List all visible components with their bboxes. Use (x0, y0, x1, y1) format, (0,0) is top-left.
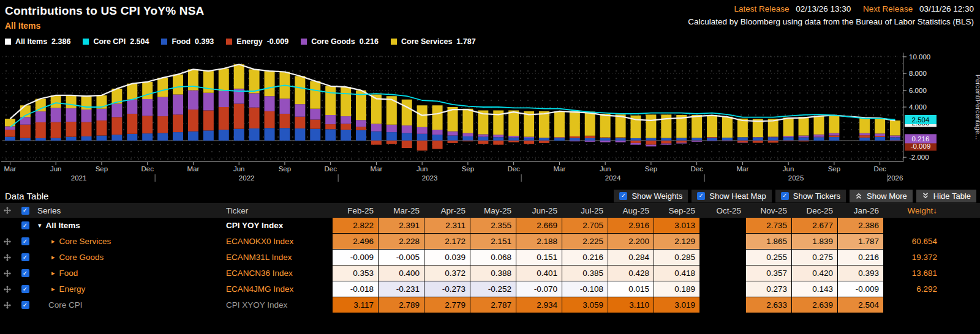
bar-core-goods (51, 108, 61, 122)
show-tickers-checkbox[interactable]: ✓ (781, 192, 789, 200)
hide-table-button[interactable]: Hide Table (916, 190, 976, 202)
column-header-oct-25[interactable]: Oct-25 (700, 203, 746, 218)
row-drag-handle-food[interactable] (0, 265, 15, 281)
show-tickers-toggle[interactable]: ✓Show Tickers (775, 190, 846, 202)
bar-food (127, 134, 137, 141)
legend-item-food[interactable]: Food0.393 (161, 37, 214, 46)
column-header-feb-25[interactable]: Feb-25 (333, 203, 379, 218)
bar-core-goods (646, 145, 656, 147)
ticker-cell-core-goods[interactable]: ECANM31L Index (224, 250, 333, 265)
bar-core-goods (585, 141, 595, 142)
series-cell-core-services[interactable]: ▸Core Services (36, 234, 224, 249)
column-header-dec-25[interactable]: Dec-25 (792, 203, 838, 218)
row-checkbox-all-items[interactable]: ✓ (21, 221, 29, 229)
series-cell-all-items[interactable]: ▾All Items (36, 218, 224, 233)
value-cell-energy-nov-25: 0.273 (746, 281, 792, 297)
control-label: Show Weights (631, 191, 682, 201)
table-drag-handle[interactable] (0, 203, 15, 218)
control-label: Show Heat Map (709, 191, 766, 201)
bar-food (692, 138, 702, 141)
row-drag-handle-core-services[interactable] (0, 234, 15, 249)
ticker-cell-energy[interactable]: ECAN4JMG Index (224, 281, 333, 297)
column-header-may-25[interactable]: May-25 (470, 203, 516, 218)
series-cell-energy[interactable]: ▸Energy (36, 281, 224, 297)
bar-core-goods (341, 116, 351, 124)
ticker-cell-core-cpi[interactable]: CPI XYOY Index (224, 297, 333, 313)
column-header-sep-25[interactable]: Sep-25 (654, 203, 700, 218)
expand-arrow-icon[interactable]: ▸ (51, 253, 55, 261)
bar-food (371, 132, 382, 141)
bar-core-goods (219, 91, 229, 107)
bar-energy (219, 107, 229, 130)
bar-food (356, 130, 366, 141)
row-checkbox-core-services[interactable]: ✓ (21, 237, 29, 245)
collapse-arrow-icon[interactable]: ▾ (38, 221, 42, 229)
bar-food (142, 133, 153, 141)
column-header-jan-26[interactable]: Jan-26 (838, 203, 884, 218)
value-cell-food-aug-25: 0.428 (608, 265, 654, 281)
show-more-button[interactable]: Show More (850, 190, 913, 202)
bar-core-goods (142, 99, 153, 116)
expand-arrow-icon[interactable]: ▸ (51, 285, 55, 293)
cpi-contributions-chart[interactable]: 10.0008.0006.0004.000-2.000MarJunSepDecM… (0, 48, 980, 185)
select-all-cell[interactable]: ✓ (15, 203, 36, 218)
series-cell-food[interactable]: ▸Food (36, 265, 224, 281)
bar-food (188, 132, 198, 141)
bar-core-goods (600, 141, 611, 143)
column-header-aug-25[interactable]: Aug-25 (608, 203, 654, 218)
row-checkbox-core-cpi[interactable]: ✓ (21, 301, 29, 309)
legend-item-core-goods[interactable]: Core Goods0.216 (301, 37, 379, 46)
column-header-apr-25[interactable]: Apr-25 (424, 203, 470, 218)
series-cell-core-goods[interactable]: ▸Core Goods (36, 250, 224, 265)
bar-core-services (219, 69, 229, 91)
ticker-cell-food[interactable]: ECANCN36 Index (224, 265, 333, 281)
value-cell-all-items-may-25: 2.355 (470, 218, 516, 234)
row-checkbox-food[interactable]: ✓ (21, 269, 29, 277)
series-cell-core-cpi[interactable]: Core CPI (36, 297, 224, 313)
row-checkbox-cell-all-items[interactable]: ✓ (15, 218, 36, 233)
bar-food (111, 135, 122, 141)
value-cell-food-dec-25: 0.420 (792, 265, 838, 281)
row-checkbox-core-goods[interactable]: ✓ (21, 253, 29, 261)
row-checkbox-energy[interactable]: ✓ (21, 285, 29, 293)
legend-item-energy[interactable]: Energy-0.009 (226, 37, 288, 46)
legend-item-core-services[interactable]: Core Services1.787 (391, 37, 476, 46)
column-header-jun-25[interactable]: Jun-25 (516, 203, 562, 218)
show-weights-toggle[interactable]: ✓Show Weights (614, 190, 688, 202)
bar-core-goods (570, 141, 580, 141)
column-header-nov-25[interactable]: Nov-25 (746, 203, 792, 218)
bar-core-goods (325, 115, 336, 124)
value-cell-core-cpi-mar-25: 2.789 (379, 297, 424, 313)
bar-energy (829, 135, 839, 137)
row-drag-handle-energy[interactable] (0, 281, 15, 297)
show-weights-checkbox[interactable]: ✓ (619, 192, 627, 200)
column-header-mar-25[interactable]: Mar-25 (379, 203, 424, 218)
legend-item-all-items[interactable]: All Items2.386 (5, 37, 70, 46)
page-subtitle: All Items (5, 21, 205, 31)
row-checkbox-cell-food[interactable]: ✓ (15, 265, 36, 281)
select-all-checkbox[interactable]: ✓ (21, 207, 29, 215)
row-checkbox-cell-core-cpi[interactable]: ✓ (15, 297, 36, 313)
bar-energy (859, 135, 870, 138)
show-heat-map-checkbox[interactable]: ✓ (697, 192, 705, 200)
row-checkbox-cell-energy[interactable]: ✓ (15, 281, 36, 297)
y-tick-label: 4.000 (909, 103, 927, 111)
bar-core-services (462, 109, 473, 133)
row-drag-handle-core-cpi[interactable] (0, 297, 15, 313)
column-header-ticker[interactable]: Ticker (224, 203, 333, 218)
column-header-series[interactable]: Series (36, 203, 224, 218)
ticker-cell-all-items[interactable]: CPI YOY Index (224, 218, 333, 233)
expand-arrow-icon[interactable]: ▸ (51, 269, 55, 277)
show-heat-map-toggle[interactable]: ✓Show Heat Map (692, 190, 772, 202)
bar-food (890, 137, 900, 140)
legend-item-core-cpi[interactable]: Core CPI2.504 (83, 37, 149, 46)
value-cell-core-cpi-dec-25: 2.639 (792, 297, 838, 313)
row-checkbox-cell-core-services[interactable]: ✓ (15, 234, 36, 249)
row-checkbox-cell-core-goods[interactable]: ✓ (15, 250, 36, 265)
column-header-jul-25[interactable]: Jul-25 (562, 203, 608, 218)
ticker-cell-core-services[interactable]: ECANOKX0 Index (224, 234, 333, 249)
row-drag-handle-core-goods[interactable] (0, 250, 15, 265)
expand-arrow-icon[interactable]: ▸ (51, 237, 55, 245)
column-header-weight[interactable]: Weight ↓ (884, 203, 943, 218)
bar-core-goods (722, 141, 733, 141)
